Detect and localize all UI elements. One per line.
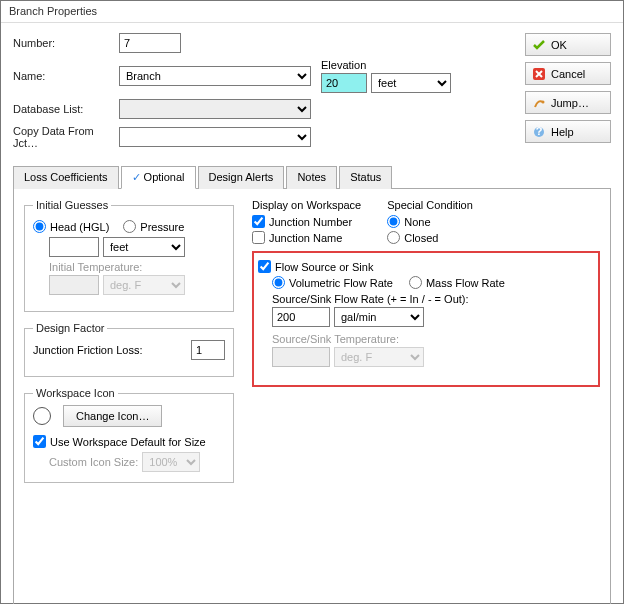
head-label: Head (HGL): [50, 221, 109, 233]
junction-name-label: Junction Name: [269, 232, 342, 244]
init-temp-field: [49, 275, 99, 295]
volumetric-radio[interactable]: [272, 276, 285, 289]
use-default-size-label: Use Workspace Default for Size: [50, 436, 206, 448]
titlebar: Branch Properties: [1, 1, 623, 23]
help-icon: ?: [532, 125, 546, 139]
special-condition-title: Special Condition: [387, 199, 473, 211]
copyjct-select[interactable]: [119, 127, 311, 147]
cancel-label: Cancel: [551, 68, 585, 80]
number-label: Number:: [13, 37, 119, 49]
svg-text:?: ?: [536, 125, 543, 137]
guess-value-field[interactable]: [49, 237, 99, 257]
flow-source-sink-highlight: Flow Source or Sink Volumetric Flow Rate…: [252, 251, 600, 387]
junction-number-label: Junction Number: [269, 216, 352, 228]
guess-unit-select[interactable]: feet: [103, 237, 185, 257]
special-none-radio[interactable]: [387, 215, 400, 228]
flow-temp-unit-select: deg. F: [334, 347, 424, 367]
tab-design-alerts[interactable]: Design Alerts: [198, 166, 285, 189]
elevation-label: Elevation: [321, 59, 451, 71]
special-closed-label: Closed: [404, 232, 438, 244]
flow-enable-label: Flow Source or Sink: [275, 261, 373, 273]
flow-enable-checkbox[interactable]: [258, 260, 271, 273]
massflow-radio[interactable]: [409, 276, 422, 289]
flow-temp-field: [272, 347, 330, 367]
friction-field[interactable]: [191, 340, 225, 360]
ok-button[interactable]: OK: [525, 33, 611, 56]
use-default-size-checkbox[interactable]: [33, 435, 46, 448]
jump-button[interactable]: Jump…: [525, 91, 611, 114]
initial-guesses-legend: Initial Guesses: [33, 199, 111, 211]
volumetric-label: Volumetric Flow Rate: [289, 277, 393, 289]
copyjct-label: Copy Data From Jct…: [13, 125, 119, 149]
workspace-icon-legend: Workspace Icon: [33, 387, 118, 399]
design-factor-legend: Design Factor: [33, 322, 107, 334]
flow-rate-label: Source/Sink Flow Rate (+ = In / - = Out)…: [272, 293, 594, 305]
junction-icon: [33, 407, 51, 425]
display-ws-title: Display on Workspace: [252, 199, 361, 211]
design-factor-group: Design Factor Junction Friction Loss:: [24, 322, 234, 377]
x-icon: [532, 67, 546, 81]
jump-label: Jump…: [551, 97, 589, 109]
workspace-icon-group: Workspace Icon Change Icon… Use Workspac…: [24, 387, 234, 483]
junction-name-checkbox[interactable]: [252, 231, 265, 244]
tab-panel-optional: Initial Guesses Head (HGL) Pressure feet: [13, 189, 611, 604]
friction-label: Junction Friction Loss:: [33, 344, 191, 356]
massflow-label: Mass Flow Rate: [426, 277, 505, 289]
dblist-select[interactable]: [119, 99, 311, 119]
dialog-content: Number: Name: Branch Elevation feet: [1, 23, 623, 603]
jump-icon: [532, 96, 546, 110]
flow-rate-unit-select[interactable]: gal/min: [334, 307, 424, 327]
help-button[interactable]: ? Help: [525, 120, 611, 143]
initial-guesses-group: Initial Guesses Head (HGL) Pressure feet: [24, 199, 234, 312]
pressure-radio[interactable]: [123, 220, 136, 233]
special-closed-radio[interactable]: [387, 231, 400, 244]
dialog-window: Branch Properties Number: Name: Branch E…: [0, 0, 624, 604]
tab-status[interactable]: Status: [339, 166, 392, 189]
pressure-label: Pressure: [140, 221, 184, 233]
ok-label: OK: [551, 39, 567, 51]
junction-number-checkbox[interactable]: [252, 215, 265, 228]
number-field[interactable]: [119, 33, 181, 53]
checkmark-icon: ✓: [132, 171, 141, 183]
elevation-unit-select[interactable]: feet: [371, 73, 451, 93]
window-title: Branch Properties: [9, 5, 97, 17]
name-select[interactable]: Branch: [119, 66, 311, 86]
init-temp-unit-select: deg. F: [103, 275, 185, 295]
custom-icon-size-label: Custom Icon Size:: [49, 456, 138, 468]
tab-notes[interactable]: Notes: [286, 166, 337, 189]
check-icon: [532, 38, 546, 52]
svg-point-1: [542, 100, 545, 103]
elevation-field[interactable]: [321, 73, 367, 93]
flow-rate-field[interactable]: [272, 307, 330, 327]
tab-optional[interactable]: ✓Optional: [121, 166, 196, 189]
tab-strip: Loss Coefficients ✓Optional Design Alert…: [13, 165, 611, 189]
tab-loss-coefficients[interactable]: Loss Coefficients: [13, 166, 119, 189]
custom-icon-size-select: 100%: [142, 452, 200, 472]
help-label: Help: [551, 126, 574, 138]
change-icon-button[interactable]: Change Icon…: [63, 405, 162, 427]
special-none-label: None: [404, 216, 430, 228]
flow-temp-label: Source/Sink Temperature:: [272, 333, 594, 345]
cancel-button[interactable]: Cancel: [525, 62, 611, 85]
name-label: Name:: [13, 70, 119, 82]
head-radio[interactable]: [33, 220, 46, 233]
init-temp-label: Initial Temperature:: [49, 261, 225, 273]
dblist-label: Database List:: [13, 103, 119, 115]
